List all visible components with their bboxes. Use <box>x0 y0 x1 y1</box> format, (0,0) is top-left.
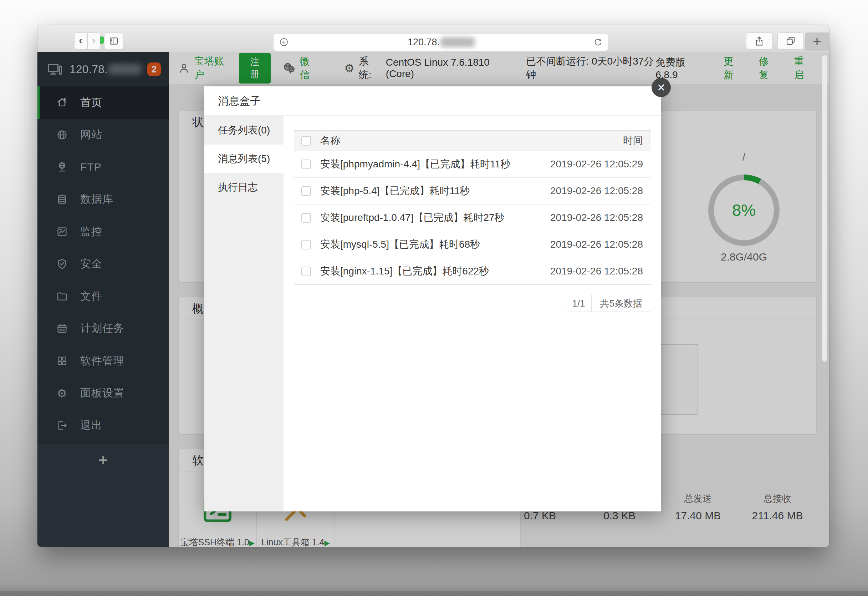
reader-plus-icon[interactable] <box>279 37 289 47</box>
table-row[interactable]: 安装[mysql-5.5]【已完成】耗时68秒 2019-02-26 12:05… <box>294 231 651 258</box>
row-checkbox[interactable] <box>301 266 311 276</box>
blurred-url-segment <box>440 37 475 47</box>
tab-task-list[interactable]: 任务列表(0) <box>204 116 283 145</box>
message-name: 安装[phpmyadmin-4.4]【已完成】耗时11秒 <box>311 157 550 171</box>
browser-titlebar: ‹ › 120.78. + <box>37 25 829 52</box>
select-all-checkbox[interactable] <box>301 136 311 146</box>
chevron-left-icon: ‹ <box>79 35 83 46</box>
pagination: 1/1 共5条数据 <box>294 295 651 312</box>
safari-window: ‹ › 120.78. + 12 <box>37 25 829 547</box>
reload-icon[interactable] <box>593 37 603 47</box>
baota-panel-page: 120.78. 2 首页 网站 FTP <box>37 52 829 547</box>
modal-close-button[interactable]: × <box>651 78 671 97</box>
total-count[interactable]: 共5条数据 <box>591 295 651 312</box>
tabs-overview-icon <box>785 35 796 47</box>
table-row[interactable]: 安装[nginx-1.15]【已完成】耗时622秒 2019-02-26 12:… <box>294 258 651 284</box>
forward-button[interactable]: › <box>87 33 100 50</box>
share-icon <box>754 35 765 47</box>
plus-icon: + <box>813 33 822 50</box>
message-name: 安装[php-5.4]【已完成】耗时11秒 <box>311 184 550 198</box>
name-column-header: 名称 <box>311 134 623 147</box>
sidebar-toggle-button[interactable] <box>104 33 123 50</box>
row-checkbox[interactable] <box>301 186 311 196</box>
tab-message-list[interactable]: 消息列表(5) <box>204 145 283 173</box>
new-tab-button[interactable]: + <box>805 33 829 51</box>
row-checkbox[interactable] <box>301 213 311 223</box>
share-button[interactable] <box>746 33 772 50</box>
scrollbar-thumb[interactable] <box>822 55 827 362</box>
time-column-header: 时间 <box>623 134 651 147</box>
url-text: 120.78. <box>289 37 593 48</box>
row-checkbox[interactable] <box>301 160 311 169</box>
close-icon: × <box>657 81 665 94</box>
desktop-bottom-strip <box>0 591 868 596</box>
message-box-modal: × 消息盒子 任务列表(0) 消息列表(5) 执行日志 名称 时间 <box>204 86 661 512</box>
message-name: 安装[pureftpd-1.0.47]【已完成】耗时27秒 <box>311 211 550 225</box>
table-row[interactable]: 安装[phpmyadmin-4.4]【已完成】耗时11秒 2019-02-26 … <box>294 151 651 177</box>
tab-exec-log[interactable]: 执行日志 <box>204 173 283 202</box>
message-name: 安装[mysql-5.5]【已完成】耗时68秒 <box>311 238 550 251</box>
chevron-right-icon: › <box>92 35 96 46</box>
message-time: 2019-02-26 12:05:29 <box>550 158 651 170</box>
message-time: 2019-02-26 12:05:28 <box>550 266 651 277</box>
modal-body: 名称 时间 安装[phpmyadmin-4.4]【已完成】耗时11秒 2019-… <box>283 116 661 512</box>
modal-title: 消息盒子 <box>204 86 661 115</box>
address-bar[interactable]: 120.78. <box>273 33 608 51</box>
desktop: ‹ › 120.78. + 12 <box>0 0 868 596</box>
page-indicator[interactable]: 1/1 <box>566 295 592 312</box>
table-row[interactable]: 安装[pureftpd-1.0.47]【已完成】耗时27秒 2019-02-26… <box>294 204 651 231</box>
table-row[interactable]: 安装[php-5.4]【已完成】耗时11秒 2019-02-26 12:05:2… <box>294 177 651 204</box>
message-name: 安装[nginx-1.15]【已完成】耗时622秒 <box>311 265 550 278</box>
table-header-row: 名称 时间 <box>294 131 651 151</box>
modal-tab-list: 任务列表(0) 消息列表(5) 执行日志 <box>204 116 283 512</box>
sidebar-panel-icon <box>108 36 119 46</box>
show-tabs-button[interactable] <box>777 33 804 50</box>
back-button[interactable]: ‹ <box>74 33 87 50</box>
message-table: 名称 时间 安装[phpmyadmin-4.4]【已完成】耗时11秒 2019-… <box>294 130 651 285</box>
message-time: 2019-02-26 12:05:28 <box>550 185 651 197</box>
message-time: 2019-02-26 12:05:28 <box>550 212 651 223</box>
row-checkbox[interactable] <box>301 240 311 250</box>
message-time: 2019-02-26 12:05:28 <box>550 239 651 250</box>
